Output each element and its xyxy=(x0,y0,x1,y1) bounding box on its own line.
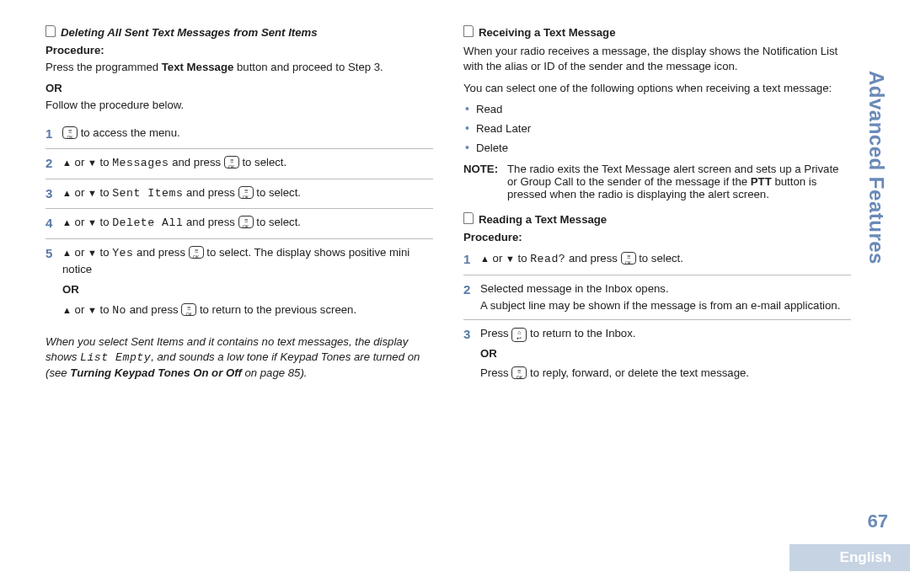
option-delete: Delete xyxy=(465,141,851,154)
document-icon xyxy=(463,25,474,37)
procedure-label: Procedure: xyxy=(463,231,851,243)
down-arrow-icon: ▼ xyxy=(506,254,515,264)
document-icon xyxy=(463,212,474,224)
document-icon xyxy=(46,25,56,37)
down-arrow-icon: ▼ xyxy=(88,305,97,315)
receiving-p1: When your radio receives a message, the … xyxy=(463,44,851,74)
heading-receiving: Receiving a Text Message xyxy=(463,25,851,39)
left-column: Deleting All Sent Text Messages from Sen… xyxy=(46,25,433,388)
intro2: Follow the procedure below. xyxy=(46,98,433,113)
read-step-3: 3 Press to return to the Inbox. OR Press… xyxy=(463,320,851,388)
note-body: The radio exits the Text Message alert s… xyxy=(507,163,851,200)
language-tab: English xyxy=(790,544,910,571)
ok-button-icon xyxy=(511,366,527,379)
footnote: When you select Sent Items and it contai… xyxy=(46,334,433,382)
ok-button-icon xyxy=(621,252,636,265)
ok-button-icon xyxy=(238,216,254,228)
up-arrow-icon: ▲ xyxy=(480,254,490,264)
or-divider: OR xyxy=(46,82,433,94)
or-divider: OR xyxy=(62,281,433,298)
step-3: 3 ▲ or ▼ to Sent Items and press to sele… xyxy=(46,179,433,210)
ok-button-icon xyxy=(62,126,78,139)
heading-delete-all: Deleting All Sent Text Messages from Sen… xyxy=(46,25,433,39)
up-arrow-icon: ▲ xyxy=(62,248,72,258)
step-4: 4 ▲ or ▼ to Delete All and press to sele… xyxy=(46,209,433,239)
ok-button-icon xyxy=(181,303,196,316)
up-arrow-icon: ▲ xyxy=(62,217,72,227)
receiving-p2: You can select one of the following opti… xyxy=(463,81,851,96)
reading-steps: 1 ▲ or ▼ to Read? and press to select. 2… xyxy=(463,245,851,387)
option-read: Read xyxy=(465,102,851,115)
intro-paragraph: Press the programmed Text Message button… xyxy=(46,60,433,75)
page-number: 67 xyxy=(868,510,888,532)
option-read-later: Read Later xyxy=(465,121,851,135)
down-arrow-icon: ▼ xyxy=(88,217,97,227)
step-2: 2 ▲ or ▼ to Messages and press to select… xyxy=(46,149,433,179)
down-arrow-icon: ▼ xyxy=(88,248,97,258)
ok-button-icon xyxy=(238,186,254,199)
steps-list: 1 to access the menu. 2 ▲ or ▼ to Messag… xyxy=(46,120,433,324)
section-tab: Advanced Features xyxy=(864,71,888,265)
up-arrow-icon: ▲ xyxy=(62,188,72,198)
down-arrow-icon: ▼ xyxy=(88,188,97,198)
ok-button-icon xyxy=(189,246,204,259)
step-5: 5 ▲ or ▼ to Yes and press to select. The… xyxy=(46,239,433,324)
ok-button-icon xyxy=(224,156,239,168)
heading-reading: Reading a Text Message xyxy=(463,212,851,226)
up-arrow-icon: ▲ xyxy=(62,158,72,168)
options-list: Read Read Later Delete xyxy=(465,102,851,154)
right-column: Receiving a Text Message When your radio… xyxy=(463,25,851,388)
or-divider: OR xyxy=(480,345,851,362)
procedure-label: Procedure: xyxy=(46,44,433,56)
step-1: 1 to access the menu. xyxy=(46,120,433,150)
back-button-icon xyxy=(511,328,527,342)
read-step-1: 1 ▲ or ▼ to Read? and press to select. xyxy=(463,245,851,275)
up-arrow-icon: ▲ xyxy=(62,305,72,315)
note: NOTE: The radio exits the Text Message a… xyxy=(463,163,851,200)
down-arrow-icon: ▼ xyxy=(88,158,97,168)
read-step-2: 2 Selected message in the Inbox opens. A… xyxy=(463,275,851,320)
